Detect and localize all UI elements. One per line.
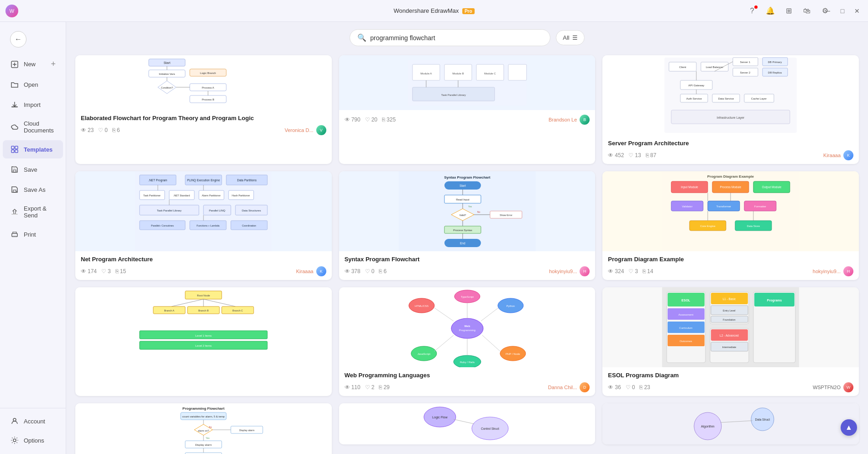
card-image-net: .NET Program PLINQ Execution Engine Data… [75,171,332,251]
author-diagram: hokyinyiu9... H [813,266,853,276]
card-info-elaborated: Elaborated Flowchart for Program Theory … [75,110,332,139]
views-esol: 👁 36 [608,384,621,391]
copies-top: ⎘ 325 [382,116,396,123]
svg-text:Data Partitions: Data Partitions [237,179,257,182]
svg-text:Syntax Program Flowchart: Syntax Program Flowchart [444,175,491,179]
author-web: Danna Chil... D [548,382,590,392]
template-card-elaborated[interactable]: Start Initialize Vars Condition? Process… [75,55,332,164]
svg-text:PLINQ Execution Engine: PLINQ Execution Engine [187,179,220,182]
views-elaborated: 👁 23 [81,127,94,133]
svg-rect-13 [13,235,16,236]
svg-text:Program Diagram Example: Program Diagram Example [707,174,754,179]
svg-text:Display alarm: Display alarm [195,443,212,446]
eye-icon-2: 👁 [345,116,350,123]
svg-text:Yes: Yes [206,437,210,439]
card-meta-net: 👁 174 ♡ 3 ⎘ 15 Kiraaaa [81,266,326,276]
help-button[interactable]: ? [746,5,758,17]
title-bar-left: W [5,5,18,17]
notification-button[interactable]: 🔔 [764,5,777,17]
card-image-partial-bottom: Logic Flow Control Struct [339,403,596,444]
cloud-icon [10,122,19,132]
minimize-button[interactable]: ─ [822,5,833,16]
svg-text:Condition?: Condition? [161,86,173,89]
sidebar-item-cloud[interactable]: Cloud Documents [3,116,63,138]
sidebar-item-print[interactable]: Print [3,225,63,243]
filter-icon: ☰ [572,34,578,41]
eye-icon-net: 👁 [81,268,86,275]
svg-text:JavaScript: JavaScript [417,353,430,355]
template-card-syntax[interactable]: Syntax Program Flowchart Start Read Inpu… [339,171,596,280]
sidebar-item-export[interactable]: Export & Send [3,201,63,223]
sidebar-item-import[interactable]: Import [3,95,63,114]
card-info-syntax: Syntax Program Flowchart 👁 378 ♡ 0 ⎘ 6 [339,251,596,280]
back-icon: ← [10,31,26,48]
svg-text:TypeScript: TypeScript [460,296,474,298]
svg-text:Data Store: Data Store [747,225,760,227]
store-icon: 🛍 [803,7,810,15]
save-icon [10,165,19,174]
sidebar-item-open[interactable]: Open [3,75,63,94]
template-card-top-partial[interactable]: Module A Module B Module C Task Parallel… [339,55,596,164]
likes-syntax: ♡ 0 [365,268,375,275]
scroll-to-top-button[interactable]: ▲ [841,419,857,436]
svg-text:Logic Branch: Logic Branch [200,72,216,74]
template-card-esol[interactable]: ESOL Assessment Curriculum Outcomes L1 -… [602,287,859,396]
filter-label: All [563,34,569,41]
svg-text:Module B: Module B [452,72,464,75]
app-title: Wondershare EdrawMax Pro [393,7,474,14]
svg-rect-3 [11,106,18,107]
eye-icon-server: 👁 [608,152,613,158]
svg-text:Module C: Module C [484,72,496,75]
sidebar-item-account[interactable]: Account [3,412,63,430]
svg-text:Process B: Process B [202,98,214,101]
sidebar-item-options[interactable]: Options [3,431,63,449]
svg-rect-6 [11,150,14,153]
sidebar-item-new[interactable]: New + [3,55,63,74]
likes-esol: ♡ 0 [626,384,635,391]
save-as-icon [10,185,19,194]
sidebar-item-templates[interactable]: Templates [3,140,63,158]
template-card-bottom-left[interactable]: Root Node Branch A Branch B Branch C [75,287,332,396]
layout-button[interactable]: ⊞ [782,5,795,17]
export-icon [10,207,19,216]
likes-web: ♡ 2 [365,384,375,391]
svg-text:HTML/CSS: HTML/CSS [414,305,428,307]
maximize-button[interactable]: □ [837,5,848,16]
author-top: Brandson Le B [549,115,590,125]
svg-text:Process Syntax: Process Syntax [453,229,472,232]
search-bar[interactable]: 🔍 [350,29,550,46]
sidebar-back-button[interactable]: ← [3,26,63,52]
sidebar: ← New + Open Import Cloud Document [0,22,66,454]
sidebar-item-save-as[interactable]: Save As [3,180,63,199]
copies-diagram: ⎘ 14 [643,268,653,275]
svg-text:Task Parallel Library: Task Parallel Library [157,209,182,212]
template-card-server[interactable]: Client Load Balancer Server 1 Server 2 D… [602,55,859,164]
heart-icon-esol: ♡ [626,384,631,391]
svg-text:Algorithm: Algorithm [701,425,715,428]
svg-text:Input Module: Input Module [681,185,698,189]
author-avatar-web: D [580,382,590,392]
svg-text:Curriculum: Curriculum [680,327,693,329]
template-card-extra[interactable]: Algorithm Data Struct [602,403,859,444]
card-title-diagram: Program Diagram Example [608,256,853,264]
template-card-diagram[interactable]: Program Diagram Example Input Module Pro… [602,171,859,280]
template-card-partial-bottom[interactable]: Logic Flow Control Struct [339,403,596,444]
template-card-pfc[interactable]: Programming Flowchart count variables fo… [75,403,332,454]
copies-esol: ⎘ 23 [639,384,650,391]
card-title-server: Server Program Architecture [608,140,853,148]
copies-syntax: ⎘ 6 [379,268,387,275]
svg-text:Web: Web [464,325,470,327]
svg-text:Initialize Vars: Initialize Vars [159,73,175,75]
svg-text:Branch C: Branch C [232,309,243,312]
filter-button[interactable]: All ☰ [556,30,584,45]
close-button[interactable]: ✕ [852,5,863,16]
sidebar-item-save[interactable]: Save [3,160,63,179]
sidebar-label-cloud: Cloud Documents [24,120,56,134]
store-button[interactable]: 🛍 [800,5,813,17]
svg-text:Outcomes: Outcomes [680,340,692,343]
template-card-net[interactable]: .NET Program PLINQ Execution Engine Data… [75,171,332,280]
template-card-web[interactable]: Web Programming HTML/CSS JavaScript Pyth… [339,287,596,396]
search-input[interactable] [370,34,543,42]
heart-icon-diagram: ♡ [628,268,633,275]
author-avatar-diagram: H [843,266,853,276]
